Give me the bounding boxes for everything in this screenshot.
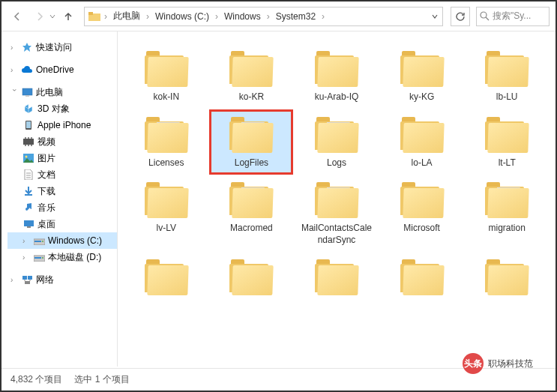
folder-item[interactable]: Licenses [126,111,207,174]
network-icon [21,274,33,286]
folder-icon [143,49,190,88]
folder-icon [313,115,360,154]
tree-item-c-drive[interactable]: ›Windows (C:) [7,232,117,249]
svg-rect-6 [26,121,31,128]
address-toolbar: › 此电脑› Windows (C:)› Windows› System32› … [1,1,556,31]
breadcrumb-item[interactable]: Windows [220,11,265,22]
folder-icon [143,181,190,220]
svg-rect-13 [31,145,32,146]
status-selected: 选中 1 个项目 [74,373,129,386]
svg-rect-9 [28,137,29,139]
breadcrumb-item[interactable]: System32 [271,11,320,22]
svg-rect-26 [25,281,30,284]
folder-icon [399,115,445,154]
svg-rect-22 [34,257,41,259]
tree-item-downloads[interactable]: 下载 [7,183,117,199]
folder-item[interactable]: Macromed [211,176,292,250]
folder-item[interactable]: migration [466,176,547,250]
folder-item[interactable]: kok-IN [126,45,207,108]
folder-icon [228,258,274,297]
folder-icon [228,115,274,154]
folder-icon [228,49,274,88]
folder-icon [484,258,530,297]
tree-item-music[interactable]: 音乐 [7,199,117,216]
folder-label: lo-LA [412,157,433,169]
tree-item-documents[interactable]: 文档 [7,166,117,183]
tree-item-iphone[interactable]: Apple iPhone [7,117,117,133]
folder-item[interactable]: lt-LT [466,111,547,174]
file-pane[interactable]: kok-INko-KRku-Arab-IQky-KGlb-LULicensesL… [118,31,556,367]
nav-tree: ›快速访问 ›OneDrive ›此电脑 3D 对象 Apple iPhone … [1,31,118,367]
folder-label: LogFiles [235,157,268,169]
tree-onedrive[interactable]: ›OneDrive [7,61,117,78]
tree-item-pictures[interactable]: 图片 [7,150,117,166]
breadcrumb-item[interactable]: Windows (C:) [151,11,214,22]
drive-icon [33,235,45,247]
phone-icon [22,119,34,131]
folder-item[interactable] [382,253,463,304]
folder-item[interactable]: Logs [296,111,377,174]
breadcrumb-sep: › [103,11,109,22]
folder-item[interactable]: Microsoft [382,176,463,250]
svg-rect-10 [31,137,32,139]
cube-icon [22,103,34,115]
breadcrumb-bar[interactable]: › 此电脑› Windows (C:)› Windows› System32› [84,7,443,26]
folder-label: kok-IN [153,91,179,103]
folder-item[interactable]: ku-Arab-IQ [296,45,377,108]
tree-this-pc[interactable]: ›此电脑 [7,84,117,100]
folder-icon [484,181,530,220]
tree-item-desktop[interactable]: 桌面 [7,216,117,232]
search-placeholder: 搜索"Sy... [493,10,531,22]
tree-item-d-drive[interactable]: ›本地磁盘 (D:) [7,249,117,265]
svg-point-23 [42,257,43,259]
picture-icon [22,152,34,164]
folder-item[interactable] [466,253,547,304]
folder-icon [228,181,274,220]
folder-icon [484,115,530,154]
svg-rect-1 [88,12,93,15]
folder-icon [313,49,360,88]
breadcrumb-item[interactable]: 此电脑 [109,10,145,22]
tree-quick-access[interactable]: ›快速访问 [7,39,117,55]
svg-rect-7 [23,139,34,145]
drive-icon [33,251,45,263]
folder-item[interactable]: lv-LV [126,176,207,250]
film-icon [22,136,34,148]
tree-item-3d[interactable]: 3D 对象 [7,100,117,117]
search-input[interactable]: 搜索"Sy... [476,7,550,26]
desktop-icon [22,218,34,230]
folder-item[interactable] [296,253,377,304]
nav-history-dropdown[interactable] [49,7,55,26]
svg-rect-11 [25,145,26,146]
folder-item[interactable]: lo-LA [382,111,463,174]
folder-icon [143,258,190,297]
folder-icon [399,181,445,220]
refresh-button[interactable] [451,7,470,26]
folder-item[interactable] [126,253,207,304]
folder-label: Licenses [148,157,184,169]
nav-back-button[interactable] [7,7,27,26]
folder-item[interactable]: ky-KG [382,45,463,108]
search-icon [480,11,490,21]
svg-point-20 [42,241,43,242]
nav-up-button[interactable] [58,7,78,26]
music-icon [22,202,34,214]
folder-item[interactable]: lb-LU [466,45,547,108]
folder-label: ky-KG [409,91,434,103]
folder-icon [313,181,360,220]
breadcrumb-dropdown[interactable] [429,7,441,25]
svg-point-2 [481,12,487,18]
folder-item[interactable]: MailContactsCalendarSync [296,176,377,250]
cloud-icon [21,64,33,76]
folder-item[interactable] [211,253,292,304]
folder-label: Microsoft [403,223,440,235]
nav-forward-button[interactable] [30,7,49,26]
tree-network[interactable]: ›网络 [7,271,117,288]
document-icon [22,169,34,181]
tree-item-videos[interactable]: 视频 [7,133,117,150]
svg-rect-19 [34,241,41,242]
status-count: 4,832 个项目 [10,373,62,386]
folder-item[interactable]: LogFiles [211,111,292,174]
folder-item[interactable]: ko-KR [211,45,292,108]
folder-label: lv-LV [157,223,176,235]
